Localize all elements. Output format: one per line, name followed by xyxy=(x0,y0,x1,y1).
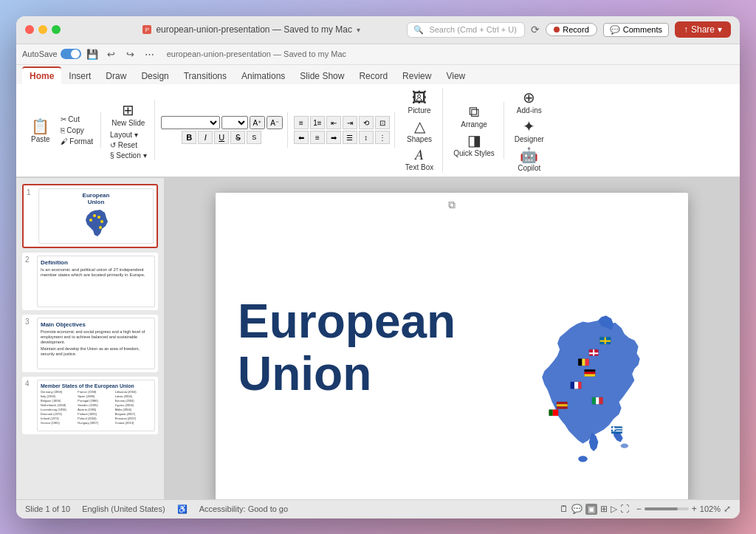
font-size-decrease-button[interactable]: A⁻ xyxy=(267,116,283,129)
tab-review[interactable]: Review xyxy=(395,68,439,84)
justify-button[interactable]: ☰ xyxy=(343,131,357,144)
close-button[interactable] xyxy=(25,25,34,34)
paste-button[interactable]: 📋 Paste xyxy=(27,116,55,145)
maximize-button[interactable] xyxy=(52,25,61,34)
arrange-button[interactable]: ⧉ Arrange xyxy=(456,102,492,130)
text-box-button[interactable]: 𝐴 Text Box xyxy=(401,145,438,173)
picture-button[interactable]: 🖼 Picture xyxy=(403,88,435,116)
zoom-in-button[interactable]: + xyxy=(692,504,697,514)
smartart-button[interactable]: ⊡ xyxy=(375,116,390,129)
reset-button[interactable]: ↺ Reset xyxy=(107,140,149,150)
slide-preview-2: Definition Is an economic and political … xyxy=(37,256,155,307)
text-box-label: Text Box xyxy=(405,163,433,171)
italic-button[interactable]: I xyxy=(198,131,213,144)
align-center-button[interactable]: ≡ xyxy=(310,131,325,144)
tab-transitions[interactable]: Transitions xyxy=(176,68,234,84)
record-dot-icon xyxy=(554,27,560,32)
comments-view-button[interactable]: 💬 xyxy=(571,504,583,515)
thumb-body-3b: Maintain and develop the Union as an are… xyxy=(41,346,151,357)
share-network-icon: ⟳ xyxy=(531,24,540,35)
shapes-label: Shapes xyxy=(407,135,432,143)
tab-draw[interactable]: Draw xyxy=(98,68,134,84)
strikethrough-button[interactable]: S̶ xyxy=(230,131,245,144)
designer-button[interactable]: ✦ Designer xyxy=(510,116,549,145)
new-slide-button[interactable]: ⊞ New Slide xyxy=(107,100,149,129)
comments-button[interactable]: 💬 Comments xyxy=(603,23,669,37)
tab-record[interactable]: Record xyxy=(351,68,395,84)
svg-rect-37 xyxy=(553,409,558,415)
align-left-button[interactable]: ⬅ xyxy=(294,131,309,144)
copy-slides-icon[interactable]: ⧉ xyxy=(448,199,456,211)
increase-indent-button[interactable]: ⇥ xyxy=(343,116,357,129)
record-button[interactable]: Record xyxy=(546,23,597,36)
slideshow-button[interactable]: ⛶ xyxy=(620,504,629,515)
svg-rect-18 xyxy=(599,397,602,403)
underline-button[interactable]: U xyxy=(214,131,229,144)
redo-button[interactable]: ↪ xyxy=(123,46,139,62)
fit-window-button[interactable]: ⤢ xyxy=(724,504,731,514)
numbering-button[interactable]: 1≡ xyxy=(310,116,325,129)
decrease-indent-button[interactable]: ⇤ xyxy=(326,116,341,129)
zoom-out-button[interactable]: − xyxy=(636,504,642,514)
zoom-slider[interactable] xyxy=(645,507,689,510)
autosave-label: AutoSave xyxy=(22,49,58,58)
columns-button[interactable]: ⋮ xyxy=(375,131,390,144)
ribbon-group-paragraph: ≡ 1≡ ⇤ ⇥ ⟲ ⊡ ⬅ ≡ ➡ ☰ ↕ ⋮ xyxy=(289,112,395,148)
copilot-button[interactable]: 🤖 Copilot xyxy=(513,145,545,174)
layout-button[interactable]: Layout ▾ xyxy=(107,130,149,140)
tab-slideshow[interactable]: Slide Show xyxy=(292,68,351,84)
tab-home[interactable]: Home xyxy=(22,66,61,84)
slide-thumb-2[interactable]: 2 Definition Is an economic and politica… xyxy=(22,253,158,310)
more-tools-button[interactable]: ⋯ xyxy=(142,46,158,62)
accessibility-icon: ♿ xyxy=(177,504,188,514)
undo-button[interactable]: ↩ xyxy=(103,46,120,62)
slide-thumb-1[interactable]: 1 EuropeanUnion xyxy=(22,184,158,248)
window-title: european-union-presentation — Saved to m… xyxy=(156,24,351,35)
tab-view[interactable]: View xyxy=(439,68,472,84)
add-ins-button[interactable]: ⊕ Add-ins xyxy=(512,87,546,116)
font-family-select[interactable] xyxy=(161,116,220,129)
svg-rect-10 xyxy=(578,382,581,388)
text-direction-button[interactable]: ⟲ xyxy=(359,116,374,129)
save-button[interactable]: 💾 xyxy=(84,46,100,62)
slide-thumb-4[interactable]: 4 Member States of the European Union Ge… xyxy=(22,377,158,434)
cut-button[interactable]: ✂ Cut xyxy=(58,114,96,124)
share-button[interactable]: ↑ Share ▾ xyxy=(675,21,731,38)
shadow-button[interactable]: S xyxy=(247,131,261,144)
copy-button[interactable]: ⎘ Copy xyxy=(58,126,96,135)
copilot-label: Copilot xyxy=(518,164,540,172)
paste-icon: 📋 xyxy=(31,117,49,135)
main-area: 1 EuropeanUnion xyxy=(16,178,740,499)
line-spacing-button[interactable]: ↕ xyxy=(359,131,374,144)
saved-text: european-union-presentation — Saved to m… xyxy=(167,49,346,58)
tab-animations[interactable]: Animations xyxy=(234,68,292,84)
normal-view-button[interactable]: ▣ xyxy=(585,504,597,515)
quick-styles-button[interactable]: ◨ Quick Styles xyxy=(449,130,499,159)
font-size-select[interactable] xyxy=(221,116,248,129)
minimize-button[interactable] xyxy=(38,25,47,34)
comment-icon: 💬 xyxy=(610,25,620,35)
slide-canvas-wrapper[interactable]: ⧉ European Union xyxy=(164,178,740,499)
notes-view-button[interactable]: 🗒 xyxy=(560,504,568,515)
tab-design[interactable]: Design xyxy=(134,68,176,84)
view-icons: 🗒 💬 ▣ ⊞ ▷ ⛶ xyxy=(560,504,629,515)
slide-canvas[interactable]: ⧉ European Union xyxy=(216,193,688,499)
reading-view-button[interactable]: ▷ xyxy=(611,504,617,515)
shapes-button[interactable]: △ Shapes xyxy=(402,116,436,145)
svg-rect-20 xyxy=(557,402,568,404)
bullets-button[interactable]: ≡ xyxy=(294,116,309,129)
bold-button[interactable]: B xyxy=(182,131,196,144)
search-placeholder: Search (Cmd + Ctrl + U) xyxy=(429,25,517,34)
format-painter-button[interactable]: 🖌 Format xyxy=(58,137,96,146)
section-button[interactable]: § Section ▾ xyxy=(107,151,149,160)
align-right-button[interactable]: ➡ xyxy=(326,131,341,144)
tab-insert[interactable]: Insert xyxy=(61,68,98,84)
search-bar[interactable]: 🔍 Search (Cmd + Ctrl + U) xyxy=(407,22,525,38)
dropdown-chevron[interactable]: ▾ xyxy=(357,26,360,34)
svg-rect-36 xyxy=(549,409,553,415)
slide-thumb-3[interactable]: 3 Main Objectives Promote economic and s… xyxy=(22,315,158,372)
font-size-increase-button[interactable]: A⁺ xyxy=(250,116,266,129)
add-ins-label: Add-ins xyxy=(517,106,542,114)
autosave-toggle[interactable] xyxy=(61,49,81,59)
slide-sorter-button[interactable]: ⊞ xyxy=(600,504,608,515)
